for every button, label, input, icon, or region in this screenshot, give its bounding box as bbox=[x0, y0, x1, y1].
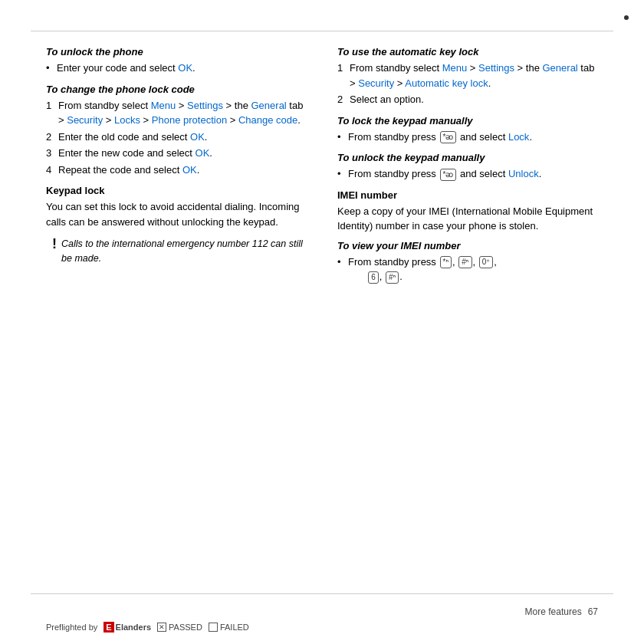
corner-mark bbox=[624, 15, 629, 20]
key-hash-1: #ⁿ bbox=[458, 256, 472, 268]
step-num-1: 1 bbox=[46, 98, 51, 113]
security-link-2[interactable]: Security bbox=[358, 77, 394, 89]
auto-key-lock-link[interactable]: Automatic key lock bbox=[405, 77, 488, 89]
lock-keypad-manually-item: From standby press *ᴔ and select Lock. bbox=[337, 130, 598, 145]
general-link-2[interactable]: General bbox=[543, 62, 578, 74]
preflighted-label: Preflighted by bbox=[46, 623, 97, 632]
menu-link-2[interactable]: Menu bbox=[442, 62, 468, 74]
auto-step-num-2: 2 bbox=[337, 92, 343, 107]
elanders-text: Elanders bbox=[116, 623, 151, 632]
unlock-phone-list: Enter your code and select OK. bbox=[46, 61, 307, 76]
change-lock-step-1: 1 From standby select Menu > Settings > … bbox=[46, 98, 307, 128]
page-content: To unlock the phone Enter your code and … bbox=[46, 46, 598, 583]
elanders-brand: E Elanders bbox=[104, 622, 151, 632]
asterisk-key-icon: *ᴔ bbox=[440, 131, 457, 143]
left-column: To unlock the phone Enter your code and … bbox=[46, 46, 307, 292]
key-hash-2: #ⁿ bbox=[386, 271, 399, 284]
step-num-3: 3 bbox=[46, 146, 51, 161]
phone-protection-link[interactable]: Phone protection bbox=[152, 114, 227, 126]
passed-section: ✕ PASSED bbox=[157, 623, 202, 632]
auto-step-num-1: 1 bbox=[337, 61, 343, 76]
key-6: 6 bbox=[368, 271, 379, 284]
lock-link[interactable]: Lock bbox=[508, 131, 529, 143]
ok-link-4[interactable]: OK bbox=[182, 164, 197, 176]
change-lock-step-3: 3 Enter the new code and select OK. bbox=[46, 146, 307, 161]
page-number: 67 bbox=[588, 606, 598, 617]
imei-body: Keep a copy of your IMEI (International … bbox=[337, 204, 598, 234]
unlock-keypad-manually-title: To unlock the keypad manually bbox=[337, 152, 598, 163]
settings-link-1[interactable]: Settings bbox=[187, 100, 223, 111]
page-label: More features bbox=[525, 606, 582, 617]
right-column: To use the automatic key lock 1 From sta… bbox=[337, 46, 598, 292]
unlock-phone-item: Enter your code and select OK. bbox=[46, 61, 307, 76]
change-lock-code-title: To change the phone lock code bbox=[46, 84, 307, 95]
view-imei-item: From standby press *ⁿ, #ⁿ, 0⁺, 6, #ⁿ. bbox=[337, 255, 598, 284]
auto-key-lock-list: 1 From standby select Menu > Settings > … bbox=[337, 61, 598, 107]
lock-keypad-manually-list: From standby press *ᴔ and select Lock. bbox=[337, 130, 598, 145]
failed-section: FAILED bbox=[209, 623, 249, 632]
warning-box: ! Calls to the international emergency n… bbox=[46, 237, 307, 266]
two-column-layout: To unlock the phone Enter your code and … bbox=[46, 46, 598, 292]
warning-text: Calls to the international emergency num… bbox=[61, 237, 307, 266]
step-num-2: 2 bbox=[46, 130, 51, 145]
unlock-link[interactable]: Unlock bbox=[508, 168, 539, 179]
top-line bbox=[31, 31, 613, 31]
bottom-line bbox=[31, 593, 613, 594]
ok-link-1[interactable]: OK bbox=[178, 62, 192, 74]
change-lock-code-list: 1 From standby select Menu > Settings > … bbox=[46, 98, 307, 178]
view-imei-list: From standby press *ⁿ, #ⁿ, 0⁺, 6, #ⁿ. bbox=[337, 255, 598, 284]
failed-checkbox bbox=[209, 623, 218, 632]
passed-checkbox: ✕ bbox=[157, 623, 166, 632]
security-link-1[interactable]: Security bbox=[67, 114, 103, 126]
step-num-4: 4 bbox=[46, 163, 51, 178]
change-lock-step-2: 2 Enter the old code and select OK. bbox=[46, 130, 307, 145]
exclamation-icon: ! bbox=[52, 237, 57, 251]
auto-key-step-2: 2 Select an option. bbox=[337, 92, 598, 107]
unlock-keypad-manually-item: From standby press *ᴔ and select Unlock. bbox=[337, 166, 598, 182]
general-link-1[interactable]: General bbox=[251, 100, 287, 111]
failed-label: FAILED bbox=[220, 623, 249, 632]
page-number-area: More features 67 bbox=[525, 606, 598, 617]
key-0: 0⁺ bbox=[479, 256, 494, 268]
settings-link-2[interactable]: Settings bbox=[478, 62, 514, 74]
imei-title: IMEI number bbox=[337, 189, 598, 201]
keypad-lock-body: You can set this lock to avoid accidenta… bbox=[46, 199, 307, 229]
unlock-phone-title: To unlock the phone bbox=[46, 46, 307, 58]
view-imei-title: To view your IMEI number bbox=[337, 240, 598, 251]
key-asterisk-1: *ⁿ bbox=[440, 256, 452, 268]
keypad-lock-title: Keypad lock bbox=[46, 185, 307, 196]
preflighted-footer: Preflighted by E Elanders ✕ PASSED FAILE… bbox=[46, 622, 249, 632]
asterisk-key-icon-2: *ᴔ bbox=[440, 169, 457, 181]
ok-link-2[interactable]: OK bbox=[190, 131, 205, 143]
change-code-link[interactable]: Change code bbox=[238, 114, 297, 126]
ok-link-3[interactable]: OK bbox=[196, 147, 210, 159]
unlock-keypad-manually-list: From standby press *ᴔ and select Unlock. bbox=[337, 166, 598, 182]
locks-link[interactable]: Locks bbox=[114, 114, 140, 126]
lock-keypad-manually-title: To lock the keypad manually bbox=[337, 115, 598, 127]
passed-label: PASSED bbox=[169, 623, 202, 632]
elanders-e-logo: E bbox=[104, 622, 113, 632]
auto-key-lock-title: To use the automatic key lock bbox=[337, 46, 598, 58]
auto-key-step-1: 1 From standby select Menu > Settings > … bbox=[337, 61, 598, 90]
menu-link-1[interactable]: Menu bbox=[151, 100, 176, 111]
change-lock-step-4: 4 Repeat the code and select OK. bbox=[46, 163, 307, 178]
